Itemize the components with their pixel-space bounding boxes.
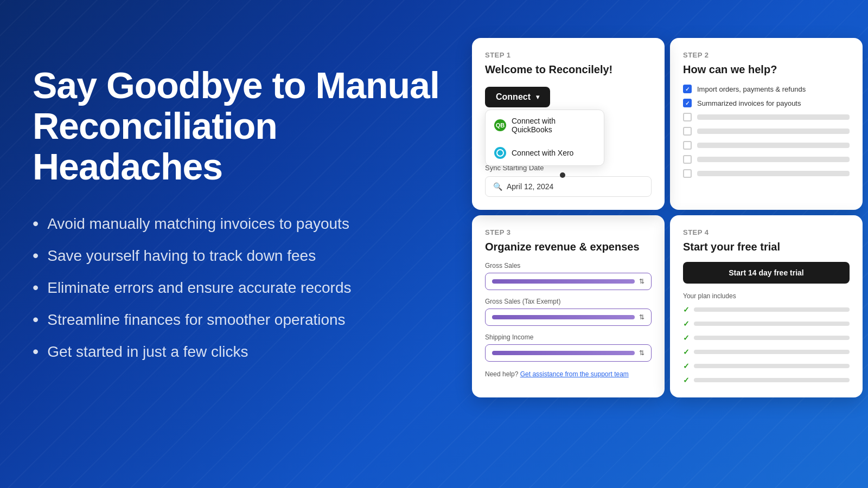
step1-panel: STEP 1 Welcome to Reconcilely! Connect ▾… (472, 38, 665, 210)
check-icon: ✓ (683, 333, 690, 342)
checkbox-unchecked-icon (683, 113, 692, 121)
step3-panel: STEP 3 Organize revenue & expenses Gross… (472, 215, 665, 397)
shipping-income-bar (492, 351, 635, 355)
checkbox-unchecked-icon (683, 127, 692, 136)
plan-item-bar-3 (694, 336, 850, 340)
checkbox-bar-3 (697, 114, 850, 120)
connect-xero-item[interactable]: Connect with Xero (486, 140, 604, 165)
plan-item-bar-4 (694, 350, 850, 354)
checkbox-list: Import orders, payments & refunds Summar… (683, 85, 850, 178)
panels-area: STEP 1 Welcome to Reconcilely! Connect ▾… (467, 38, 868, 397)
shipping-income-select[interactable]: ⇅ (485, 344, 652, 362)
gross-sales-tax-bar (492, 315, 635, 319)
chevron-down-icon: ▾ (536, 93, 539, 101)
step4-panel: STEP 4 Start your free trial Start 14 da… (670, 215, 863, 397)
checkbox-bar-4 (697, 129, 850, 134)
check-icon: ✓ (683, 348, 690, 356)
plan-includes-label: Your plan includes (683, 292, 850, 300)
checkbox-unchecked-icon (683, 169, 692, 178)
xero-icon (494, 147, 506, 159)
connect-btn-wrapper[interactable]: Connect ▾ QB Connect with QuickBooks Con… (485, 87, 550, 107)
chevron-down-icon: ⇅ (639, 313, 644, 321)
step4-title: Start your free trial (683, 241, 850, 253)
plan-item-2: ✓ (683, 319, 850, 328)
checkbox-unchecked-icon (683, 141, 692, 150)
checkbox-unchecked-icon (683, 155, 692, 164)
check-icon: ✓ (683, 376, 690, 384)
plan-item-1: ✓ (683, 305, 850, 314)
plan-item-bar-1 (694, 307, 850, 312)
bullet-item-2: Save yourself having to track down fees (33, 246, 445, 266)
check-icon: ✓ (683, 362, 690, 370)
checkbox-text-2: Summarized invoices for payouts (697, 99, 801, 107)
step2-panel: STEP 2 How can we help? Import orders, p… (670, 38, 863, 210)
gross-sales-tax-field: Gross Sales (Tax Exempt) ⇅ (485, 298, 652, 326)
help-text: Need help? Get assistance from the suppo… (485, 370, 652, 378)
left-section: Say Goodbye to Manual Reconciliation Hea… (33, 65, 445, 362)
bullet-list: Avoid manually matching invoices to payo… (33, 214, 445, 362)
step2-label: STEP 2 (683, 51, 850, 59)
bullet-item-4: Streamline finances for smoother operati… (33, 310, 445, 330)
step1-label: STEP 1 (485, 51, 652, 59)
checkbox-item-4[interactable] (683, 127, 850, 136)
support-link[interactable]: Get assistance from the support team (520, 370, 629, 378)
plan-item-4: ✓ (683, 348, 850, 356)
checkbox-bar-5 (697, 143, 850, 148)
plan-item-bar-2 (694, 322, 850, 326)
chevron-down-icon: ⇅ (639, 349, 644, 357)
checkbox-bar-6 (697, 157, 850, 162)
gross-sales-select[interactable]: ⇅ (485, 273, 652, 290)
plan-item-bar-6 (694, 378, 850, 382)
step4-label: STEP 4 (683, 228, 850, 236)
quickbooks-icon: QB (494, 119, 506, 131)
check-icon: ✓ (683, 305, 690, 314)
gross-sales-tax-select[interactable]: ⇅ (485, 309, 652, 326)
checkbox-item-7[interactable] (683, 169, 850, 178)
checkbox-bar-7 (697, 171, 850, 176)
sync-date-input[interactable]: 🔍 April 12, 2024 (485, 176, 652, 197)
checkbox-item-2[interactable]: Summarized invoices for payouts (683, 99, 850, 107)
checkbox-checked-icon (683, 85, 692, 93)
step1-title: Welcome to Reconcilely! (485, 63, 652, 76)
connect-button[interactable]: Connect ▾ (485, 87, 550, 107)
checkbox-checked-icon (683, 99, 692, 107)
bullet-item-5: Get started in just a few clicks (33, 342, 445, 362)
gross-sales-field: Gross Sales ⇅ (485, 262, 652, 290)
plan-item-3: ✓ (683, 333, 850, 342)
shipping-income-field: Shipping Income ⇅ (485, 333, 652, 362)
plan-item-5: ✓ (683, 362, 850, 370)
chevron-down-icon: ⇅ (639, 278, 644, 285)
step3-label: STEP 3 (485, 228, 652, 236)
step2-title: How can we help? (683, 63, 850, 76)
checkbox-item-3[interactable] (683, 113, 850, 121)
shipping-income-label: Shipping Income (485, 333, 652, 341)
bullet-item-1: Avoid manually matching invoices to payo… (33, 214, 445, 234)
search-icon: 🔍 (493, 182, 502, 191)
step3-title: Organize revenue & expenses (485, 241, 652, 253)
connect-quickbooks-item[interactable]: QB Connect with QuickBooks (486, 110, 604, 140)
checkbox-item-5[interactable] (683, 141, 850, 150)
checkbox-item-6[interactable] (683, 155, 850, 164)
gross-sales-label: Gross Sales (485, 262, 652, 269)
cursor (560, 172, 565, 178)
connect-dropdown[interactable]: QB Connect with QuickBooks Connect with … (485, 110, 604, 166)
gross-sales-bar (492, 279, 635, 284)
plan-item-6: ✓ (683, 376, 850, 384)
check-icon: ✓ (683, 319, 690, 328)
plan-items-list: ✓ ✓ ✓ ✓ ✓ ✓ (683, 305, 850, 384)
bullet-item-3: Eliminate errors and ensure accurate rec… (33, 278, 445, 298)
checkbox-text-1: Import orders, payments & refunds (697, 85, 806, 93)
checkbox-item-1[interactable]: Import orders, payments & refunds (683, 85, 850, 93)
gross-sales-tax-label: Gross Sales (Tax Exempt) (485, 298, 652, 305)
main-heading: Say Goodbye to Manual Reconciliation Hea… (33, 65, 445, 187)
start-trial-button[interactable]: Start 14 day free trial (683, 262, 850, 284)
plan-item-bar-5 (694, 364, 850, 368)
sync-section: Sync Starting Date 🔍 April 12, 2024 (485, 164, 652, 197)
